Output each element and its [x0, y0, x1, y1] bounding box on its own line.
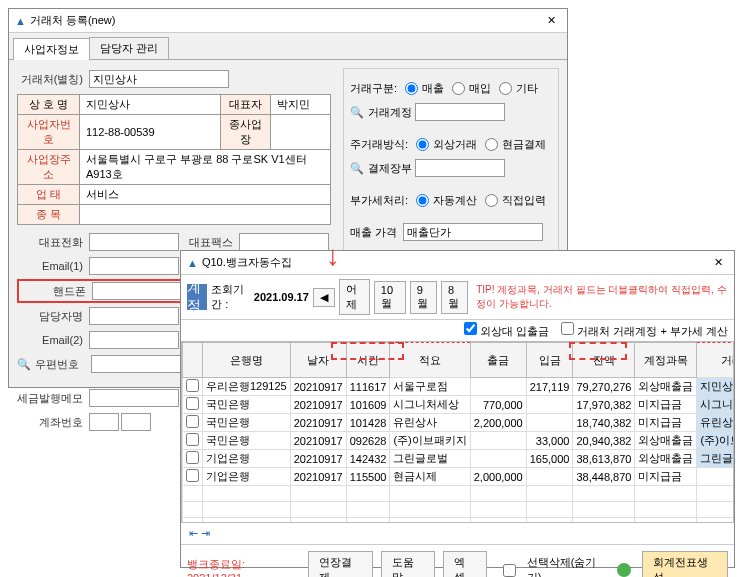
date-value: 2021.09.17 [254, 291, 309, 303]
lbl-tradeacct: 거래계정 [368, 105, 412, 120]
btn-yesterday[interactable]: 어제 [339, 279, 370, 315]
col-header[interactable]: 잔액 [573, 343, 635, 378]
ok-icon [617, 563, 631, 577]
val-item [80, 205, 331, 225]
val-bizno: 112-88-00539 [80, 115, 221, 150]
lbl-method: 주거래방식: [350, 137, 408, 152]
window-title: 거래처 등록(new) [30, 13, 537, 28]
lbl-bizno: 사업자번호 [18, 115, 80, 150]
radio-sales[interactable] [405, 82, 418, 95]
alias-input[interactable] [89, 70, 229, 88]
row-check[interactable] [186, 379, 199, 392]
btn-extend[interactable]: 연장결제 [308, 551, 373, 577]
account-icon[interactable]: 계정 [187, 284, 207, 310]
btn-excel[interactable]: 엑셀 [443, 551, 486, 577]
lbl-biztype: 업 태 [18, 185, 80, 205]
val-ceo: 박지민 [271, 95, 331, 115]
zip-input[interactable] [91, 355, 181, 373]
btn-generate[interactable]: 회계전표생성 [642, 551, 728, 577]
table-row[interactable]: 우리은행12912520210917111617서울구로점217,11979,2… [183, 378, 735, 396]
lbl-item: 종 목 [18, 205, 80, 225]
phone-input[interactable] [89, 233, 179, 251]
row-check[interactable] [186, 397, 199, 410]
col-header[interactable]: 날자 [290, 343, 346, 378]
col-header[interactable]: 출금 [470, 343, 526, 378]
btn-aug[interactable]: 8월 [441, 281, 468, 314]
lbl-email2: Email(2) [17, 334, 89, 346]
table-row[interactable]: 국민은행20210917092628(주)이브패키지33,00020,940,3… [183, 432, 735, 450]
col-header[interactable]: 적요 [390, 343, 470, 378]
lbl-vat: 부가세처리: [350, 193, 408, 208]
expiry-text: 뱅크종료일: 2021/12/31 [187, 557, 300, 578]
col-header[interactable]: 계정과목 [635, 343, 697, 378]
val-branch [271, 115, 331, 150]
lbl-mobile: 핸드폰 [20, 284, 92, 299]
lbl-addr: 사업장주소 [18, 150, 80, 185]
chk-delete[interactable] [503, 564, 516, 577]
tab-mgr[interactable]: 담당자 관리 [89, 37, 169, 59]
lbl-mgr: 담당자명 [17, 309, 89, 324]
radio-etc[interactable] [499, 82, 512, 95]
acct2-input[interactable] [121, 413, 151, 431]
taxmemo-input[interactable] [89, 389, 179, 407]
col-header[interactable] [183, 343, 203, 378]
val-biztype: 서비스 [80, 185, 331, 205]
tradeacct-input[interactable] [415, 103, 505, 121]
radio-autovat[interactable] [416, 194, 429, 207]
val-addr: 서울특별시 구로구 부광로 88 구로SK V1센터 A913호 [80, 150, 331, 185]
close-icon[interactable]: ✕ [541, 14, 561, 27]
radio-cash[interactable] [485, 138, 498, 151]
email2-input[interactable] [89, 331, 179, 349]
row-check[interactable] [186, 451, 199, 464]
lbl-ledger: 결제장부 [368, 161, 412, 176]
btn-oct[interactable]: 10월 [374, 281, 406, 314]
lbl-taxmemo: 세금발행메모 [17, 391, 89, 406]
col-header[interactable]: 시간 [346, 343, 390, 378]
lbl-company: 상 호 명 [18, 95, 80, 115]
tip-text: TIP! 계정과목, 거래처 필드는 더블클릭하여 직접입력, 수정이 가능합니… [476, 283, 728, 311]
col-header[interactable]: 입금 [526, 343, 573, 378]
ledger-input[interactable] [415, 159, 505, 177]
close-icon[interactable]: ✕ [708, 256, 728, 269]
lbl-branch: 종사업장 [221, 115, 271, 150]
lbl-phone: 대표전화 [17, 235, 89, 250]
chk-credit[interactable] [464, 322, 477, 335]
lbl-acct: 계좌번호 [17, 415, 89, 430]
search-icon[interactable]: 🔍 [350, 162, 368, 175]
prev-button[interactable]: ◀ [313, 288, 335, 307]
tab-biz-info[interactable]: 사업자정보 [13, 38, 90, 60]
radio-purchase[interactable] [452, 82, 465, 95]
lbl-gubun: 거래구분: [350, 81, 397, 96]
table-row[interactable]: 기업은행20210917142432그린글로벌165,00038,613,870… [183, 450, 735, 468]
row-check[interactable] [186, 469, 199, 482]
row-check[interactable] [186, 433, 199, 446]
table-row[interactable]: 국민은행20210917101428유린상사2,200,00018,740,38… [183, 414, 735, 432]
price-input[interactable] [403, 223, 543, 241]
mobile-input[interactable] [92, 282, 182, 300]
email1-input[interactable] [89, 257, 179, 275]
lbl-fax: 대표팩스 [179, 235, 239, 250]
lbl-email1: Email(1) [17, 260, 89, 272]
btn-help[interactable]: 도움말 [381, 551, 435, 577]
radio-manualvat[interactable] [485, 194, 498, 207]
btn-sep[interactable]: 9월 [410, 281, 437, 314]
row-check[interactable] [186, 415, 199, 428]
table-row[interactable]: 기업은행20210917115500현금시제2,000,00038,448,87… [183, 468, 735, 486]
mgr-input[interactable] [89, 307, 179, 325]
radio-credit[interactable] [416, 138, 429, 151]
lbl-price: 매출 가격 [350, 225, 397, 240]
col-header[interactable]: 거래처 [697, 343, 734, 378]
lbl-period: 조회기간 : [211, 282, 250, 312]
table-row[interactable]: 국민은행20210917101609시그니처세상770,00017,970,38… [183, 396, 735, 414]
search-icon[interactable]: 🔍 [350, 106, 368, 119]
window-title: Q10.뱅크자동수집 [202, 255, 704, 270]
col-header[interactable]: 은행명 [203, 343, 291, 378]
val-company: 지민상사 [80, 95, 221, 115]
chk-vatcalc[interactable] [561, 322, 574, 335]
fax-input[interactable] [239, 233, 329, 251]
lbl-ceo: 대표자 [221, 95, 271, 115]
app-icon: ▲ [15, 15, 26, 27]
alias-label: 거래처(별칭) [17, 72, 89, 87]
acct1-input[interactable] [89, 413, 119, 431]
search-icon[interactable]: 🔍 [17, 358, 35, 371]
